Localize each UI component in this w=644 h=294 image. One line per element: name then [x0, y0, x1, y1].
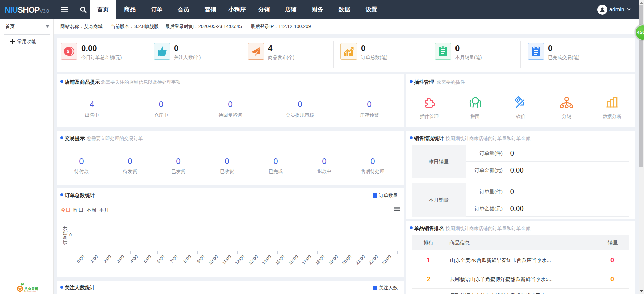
svg-text:AI QI GUO YUAN: AI QI GUO YUAN: [24, 291, 36, 292]
svg-text:艾奇果园: 艾奇果园: [24, 287, 38, 291]
svg-text:¥: ¥: [67, 49, 70, 54]
